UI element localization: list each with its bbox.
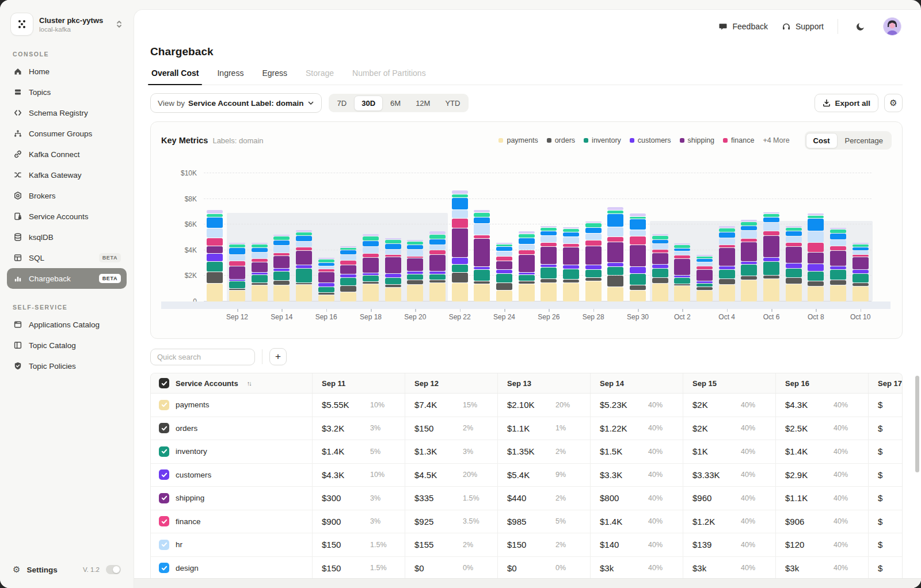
bar-oct-1[interactable]: [652, 234, 668, 301]
bar-segment-design: [630, 219, 646, 230]
chart-settings-button[interactable]: ⚙: [884, 94, 903, 112]
bar-segment-customers: [808, 264, 824, 270]
row-checkbox-payments[interactable]: [159, 400, 169, 410]
sort-icon[interactable]: ↑↓: [247, 380, 251, 387]
bar-oct-6[interactable]: [763, 212, 779, 301]
sidebar-item-kafka-connect[interactable]: Kafka Connect: [7, 144, 127, 165]
bar-oct-5[interactable]: [741, 219, 757, 301]
legend-item-orders[interactable]: orders: [547, 136, 575, 144]
view-by-dropdown[interactable]: View by Service Account Label: domain: [150, 93, 322, 113]
bar-segment-design: [385, 244, 401, 249]
legend-item-payments[interactable]: payments: [498, 136, 538, 144]
bar-sep-25[interactable]: [519, 231, 535, 301]
row-checkbox-finance[interactable]: [159, 516, 169, 526]
sidebar-item-applications-catalog[interactable]: Applications Catalog: [7, 314, 127, 335]
row-checkbox-shipping[interactable]: [159, 493, 169, 503]
tab-overall-cost[interactable]: Overall Cost: [150, 68, 200, 85]
cell-sep-11: $1501.5%: [312, 533, 405, 556]
bar-sep-24[interactable]: [496, 242, 512, 301]
bar-sep-16[interactable]: [318, 257, 334, 301]
legend-item-customers[interactable]: customers: [630, 136, 671, 144]
horizontal-scrollbar-track[interactable]: [134, 578, 921, 588]
bar-sep-28[interactable]: [585, 221, 602, 301]
cluster-selector[interactable]: Cluster pkc-yytws local-kafka: [7, 13, 127, 36]
bar-segment-hr: [697, 262, 713, 266]
tab-egress[interactable]: Egress: [261, 68, 288, 85]
cell-value: $3k: [600, 563, 648, 573]
row-checkbox-design[interactable]: [159, 563, 169, 573]
bar-oct-7[interactable]: [786, 226, 802, 301]
sidebar-item-topic-catalog[interactable]: Topic Catalog: [7, 335, 127, 356]
range-ytd[interactable]: YTD: [437, 96, 467, 111]
bar-sep-26[interactable]: [541, 226, 557, 301]
sidebar-item-settings[interactable]: ⚙ Settings V. 1.2: [7, 559, 127, 580]
vertical-scrollbar[interactable]: [915, 376, 919, 472]
range-12m[interactable]: 12M: [408, 96, 437, 111]
sidebar-item-home[interactable]: Home: [7, 61, 127, 82]
toggle-percentage[interactable]: Percentage: [838, 133, 891, 148]
x-axis-label: Sep 18: [352, 313, 389, 321]
sidebar-item-topics[interactable]: Topics: [7, 82, 127, 102]
add-button[interactable]: +: [269, 348, 287, 365]
chart-axis-strip[interactable]: [161, 301, 890, 309]
bar-sep-14[interactable]: [273, 234, 290, 301]
bar-oct-2[interactable]: [674, 243, 690, 301]
sidebar-item-service-accounts[interactable]: Service Accounts: [7, 206, 127, 227]
bar-oct-4[interactable]: [719, 226, 735, 301]
bar-sep-13[interactable]: [252, 242, 268, 301]
sidebar-item-consumer-groups[interactable]: Consumer Groups: [7, 123, 127, 144]
bar-sep-11[interactable]: [207, 209, 223, 301]
bar-oct-10[interactable]: [853, 242, 869, 301]
bar-sep-22[interactable]: [452, 190, 468, 301]
legend-item-shipping[interactable]: shipping: [680, 136, 715, 144]
row-checkbox-orders[interactable]: [159, 423, 169, 433]
bar-sep-17[interactable]: [340, 246, 356, 301]
bar-sep-18[interactable]: [363, 234, 379, 301]
export-all-button[interactable]: Export all: [815, 94, 878, 112]
dark-mode-button[interactable]: [852, 18, 869, 35]
bar-sep-19[interactable]: [385, 238, 401, 301]
sidebar-item-topic-policies[interactable]: Topic Policies: [7, 356, 127, 376]
version-toggle[interactable]: [106, 565, 121, 574]
row-checkbox-hr[interactable]: [159, 540, 169, 550]
sidebar-item-kafka-gateway[interactable]: Kafka Gateway: [7, 165, 127, 185]
bar-oct-9[interactable]: [830, 227, 846, 301]
bar-oct-3[interactable]: [697, 254, 713, 301]
sidebar-item-ksqldb[interactable]: ksqlDB: [7, 227, 127, 247]
row-checkbox-customers[interactable]: [159, 469, 169, 480]
range-6m[interactable]: 6M: [383, 96, 408, 111]
legend-item-finance[interactable]: finance: [723, 136, 754, 144]
bar-segment-inventory: [674, 278, 690, 284]
bar-segment-4-more: [541, 226, 557, 227]
sidebar-item-label: Kafka Connect: [29, 150, 121, 159]
bar-sep-15[interactable]: [296, 230, 312, 301]
tab-ingress[interactable]: Ingress: [216, 68, 245, 85]
bar-sep-30[interactable]: [630, 213, 646, 301]
sidebar-item-brokers[interactable]: Brokers: [7, 185, 127, 206]
bar-sep-12[interactable]: [229, 242, 245, 301]
bar-sep-23[interactable]: [474, 209, 490, 301]
range-30d[interactable]: 30D: [354, 96, 383, 111]
row-checkbox-inventory[interactable]: [159, 446, 169, 457]
select-all-checkbox[interactable]: [159, 378, 169, 388]
bar-sep-27[interactable]: [563, 227, 579, 301]
bar-segment-customers: [452, 258, 468, 264]
sidebar-item-schema-registry[interactable]: Schema Registry: [7, 102, 127, 123]
range-7d[interactable]: 7D: [330, 96, 355, 111]
sidebar-item-sql[interactable]: SQLBETA: [7, 247, 127, 268]
bar-sep-21[interactable]: [429, 231, 446, 301]
bar-segment-design: [719, 232, 735, 238]
support-button[interactable]: Support: [782, 22, 824, 31]
bar-sep-20[interactable]: [407, 239, 423, 301]
legend-more-label[interactable]: +4 More: [763, 136, 789, 144]
toggle-cost[interactable]: Cost: [806, 133, 838, 148]
feedback-button[interactable]: Feedback: [718, 22, 767, 31]
search-input[interactable]: [150, 349, 255, 365]
bar-sep-29[interactable]: [607, 207, 623, 301]
x-axis-tick: [771, 309, 772, 312]
legend-item-inventory[interactable]: inventory: [584, 136, 621, 144]
sidebar-item-chargeback[interactable]: ChargebackBETA: [7, 268, 127, 289]
bar-segment-orders: [786, 278, 802, 284]
bar-oct-8[interactable]: [808, 213, 824, 301]
avatar[interactable]: [883, 17, 901, 36]
